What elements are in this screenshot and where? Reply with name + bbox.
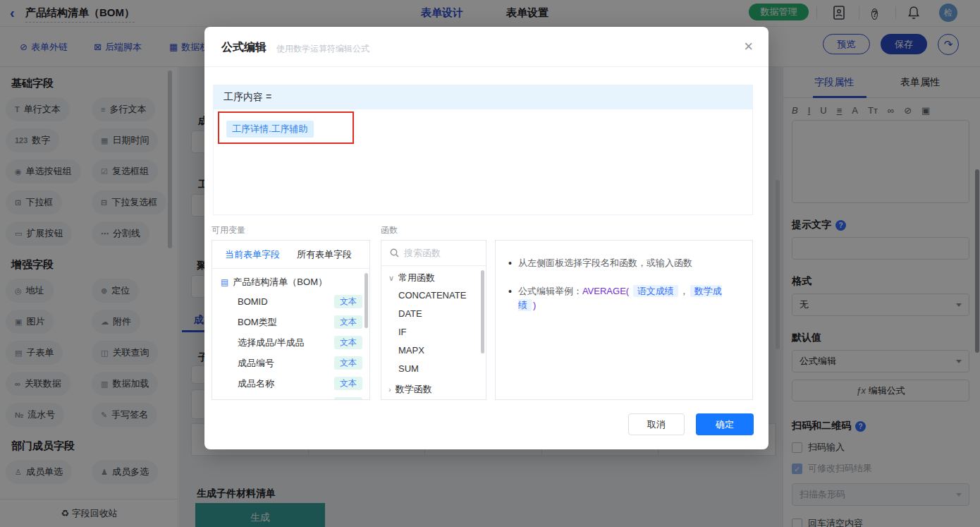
common-function-list: CONCATENATEDATEIFMAPXSUM xyxy=(381,286,486,377)
functions-label: 函数 xyxy=(381,224,398,236)
cancel-button[interactable]: 取消 xyxy=(628,413,685,435)
example-arg-chip: 语文成绩 xyxy=(633,285,678,297)
field-variable-list: BOMID文本 BOM类型文本 选择成品/半成品文本 成品编号文本 成品名称文本… xyxy=(212,291,369,400)
help-line-1: •从左侧面板选择字段名和函数，或输入函数 xyxy=(508,256,740,270)
formula-input-area[interactable]: 工序详情.工序辅助 xyxy=(214,109,752,214)
variables-scrollbar[interactable] xyxy=(365,273,368,328)
field-type-badge: 文本 xyxy=(334,356,362,370)
function-group-collapsed[interactable]: ›数学函数 xyxy=(381,377,486,397)
close-icon[interactable]: × xyxy=(744,38,753,55)
field-variable-item[interactable]: 选择成品/半成品文本 xyxy=(212,332,369,353)
function-item[interactable]: SUM xyxy=(381,359,486,377)
annotation-highlight-box xyxy=(218,111,354,144)
function-group-common[interactable]: ∨常用函数 xyxy=(381,266,486,286)
function-group-collapsed[interactable]: ›文本函数 xyxy=(381,397,486,400)
help-panel: •从左侧面板选择字段名和函数，或输入函数 • 公式编辑举例：AVERAGE( 语… xyxy=(495,240,753,400)
variables-label: 可用变量 xyxy=(212,224,245,236)
field-variable-item[interactable]: BOM类型文本 xyxy=(212,312,369,332)
chevron-expanded-icon: ∨ xyxy=(388,274,394,283)
example-function-name: AVERAGE( xyxy=(582,286,629,296)
field-variable-item[interactable]: 成品编号文本 xyxy=(212,353,369,373)
field-type-badge: 文本 xyxy=(334,397,362,400)
formula-editor: 工序内容 = 工序详情.工序辅助 xyxy=(213,85,753,215)
dialog-footer: 取消 确定 xyxy=(628,413,754,435)
field-type-badge: 文本 xyxy=(334,336,362,349)
function-item[interactable]: MAPX xyxy=(381,341,486,359)
functions-panel: ∨常用函数 CONCATENATEDATEIFMAPXSUM ›数学函数›文本函… xyxy=(381,240,486,400)
dialog-header: 公式编辑 使用数学运算符编辑公式 × xyxy=(204,27,768,67)
variables-tabs: 当前表单字段 所有表单字段 xyxy=(212,241,369,269)
tab-current-form-fields[interactable]: 当前表单字段 xyxy=(225,248,280,261)
formula-target-bar: 工序内容 = xyxy=(214,85,752,109)
app-window: ‹ 产品结构清单（BOM） 表单设计 表单设置 数据管理 ? 检 ⊘表单外链 ⊠… xyxy=(0,0,980,527)
functions-scrollbar[interactable] xyxy=(481,270,484,353)
document-icon: ▤ xyxy=(221,277,228,287)
dialog-subtitle: 使用数学运算符编辑公式 xyxy=(276,43,369,55)
field-type-badge: 文本 xyxy=(334,377,362,390)
function-search xyxy=(381,241,486,266)
field-variable-item[interactable]: BOMID文本 xyxy=(212,291,369,312)
formula-editor-dialog: 公式编辑 使用数学运算符编辑公式 × 工序内容 = 工序详情.工序辅助 可用变量… xyxy=(204,27,768,449)
field-type-badge: 文本 xyxy=(334,295,362,308)
confirm-button[interactable]: 确定 xyxy=(696,413,754,435)
function-item[interactable]: DATE xyxy=(381,304,486,322)
field-type-badge: 文本 xyxy=(334,315,362,329)
dialog-title: 公式编辑 xyxy=(221,40,267,55)
collapsed-function-groups: ›数学函数›文本函数 xyxy=(381,377,486,400)
chevron-collapsed-icon: › xyxy=(388,385,391,394)
function-item[interactable]: CONCATENATE xyxy=(381,286,486,304)
variables-panel: 当前表单字段 所有表单字段 ▤产品结构清单（BOM） BOMID文本 BOM类型… xyxy=(212,240,370,400)
function-search-input[interactable] xyxy=(404,248,474,258)
form-tree-root[interactable]: ▤产品结构清单（BOM） xyxy=(212,269,369,291)
field-variable-item[interactable]: 成品名称文本 xyxy=(212,373,369,394)
search-icon xyxy=(390,248,399,258)
function-item[interactable]: IF xyxy=(381,322,486,341)
help-line-example: • 公式编辑举例：AVERAGE( 语文成绩，数学成绩) xyxy=(508,284,740,313)
field-variable-item[interactable]: 规格文本 xyxy=(212,394,369,400)
tab-all-form-fields[interactable]: 所有表单字段 xyxy=(297,248,352,261)
